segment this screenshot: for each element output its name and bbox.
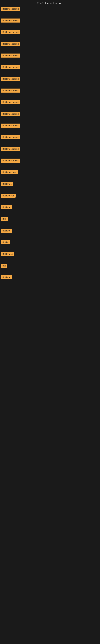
bottleneck-badge[interactable]: Bottleneck result (1, 42, 20, 46)
bottleneck-badge[interactable]: Bottleneck result (1, 135, 20, 139)
bottleneck-badge[interactable]: Bottleneck result (1, 30, 20, 34)
text-cursor (1, 448, 2, 452)
list-item: Bottleneck result (1, 65, 99, 70)
bottleneck-badge[interactable]: Bottleneck res (1, 170, 18, 174)
bottleneck-badge[interactable]: Bottler (1, 240, 10, 244)
bottleneck-badge[interactable]: Bottleneck result (1, 147, 20, 151)
list-item: Bottleneck (1, 252, 99, 257)
bottleneck-badge[interactable]: Bottlenec (1, 182, 13, 186)
list-item: Bottleneck result (1, 100, 99, 106)
bottleneck-badge[interactable]: Bot (1, 264, 7, 268)
list-item: Bottleneck result (1, 123, 99, 129)
bottleneck-badge[interactable]: Bottleneck result (1, 77, 20, 81)
items-container: Bottleneck resultBottleneck resultBottle… (0, 6, 100, 288)
bottleneck-badge[interactable]: Bottleneck (1, 252, 14, 256)
bottleneck-badge[interactable]: Bottlene (1, 228, 12, 233)
list-item: Bottleneck result (1, 18, 99, 24)
list-item: Bottleneck result (1, 76, 99, 82)
list-item: Bottlene (1, 205, 99, 210)
list-item: Bottleneck result (1, 88, 99, 94)
bottleneck-badge[interactable]: Bottleneck result (1, 65, 20, 69)
bottleneck-badge[interactable]: Bottleneck result (1, 100, 20, 104)
list-item: Bottleneck r (1, 193, 99, 199)
bottleneck-badge[interactable]: Bottleneck result (1, 18, 20, 22)
list-item: Bottleneck result (1, 146, 99, 152)
bottleneck-badge[interactable]: Bottleneck result (1, 112, 20, 116)
bottleneck-badge[interactable]: Bott (1, 217, 8, 221)
list-item: Bottleneck result (1, 30, 99, 36)
list-item: Bottleneck result (1, 112, 99, 117)
bottleneck-badge[interactable]: Bottlene (1, 205, 12, 209)
bottleneck-badge[interactable]: Bottleneck result (1, 124, 20, 128)
bottleneck-badge[interactable]: Bottleneck result (1, 54, 20, 58)
list-item: Bott (1, 216, 99, 222)
list-item: Bottleneck res (1, 170, 99, 176)
list-item: Bottler (1, 240, 99, 246)
bottleneck-badge[interactable]: Bottlene (1, 275, 12, 279)
site-title: TheBottlenecker.com (0, 0, 100, 6)
bottleneck-badge[interactable]: Bottleneck r (1, 194, 16, 198)
list-item: Bottlenec (1, 182, 99, 187)
bottleneck-badge[interactable]: Bottleneck result (1, 7, 20, 11)
list-item: Bottleneck result (1, 135, 99, 140)
list-item: Bottleneck result (1, 6, 99, 12)
bottleneck-badge[interactable]: Bottleneck result (1, 158, 20, 162)
bottleneck-badge[interactable]: Bottleneck result (1, 88, 20, 92)
list-item: Bottleneck result (1, 53, 99, 59)
list-item: Bottlene (1, 228, 99, 234)
list-item: Bottlene (1, 275, 99, 280)
list-item: Bot (1, 263, 99, 269)
list-item: Bottleneck result (1, 158, 99, 164)
list-item: Bottleneck result (1, 42, 99, 47)
cursor-area (0, 448, 100, 452)
